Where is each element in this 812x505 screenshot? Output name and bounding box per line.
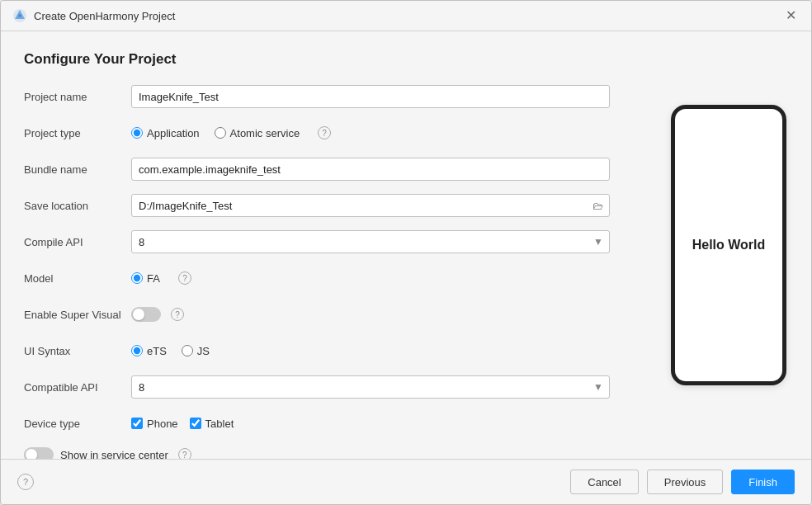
project-name-row: Project name xyxy=(24,84,623,109)
project-type-radio-group: Application Atomic service ? xyxy=(131,126,610,139)
compile-api-select[interactable]: 8 9 10 xyxy=(131,230,610,253)
section-title: Configure Your Project xyxy=(24,51,623,68)
checkbox-phone-input[interactable] xyxy=(131,418,143,429)
save-location-label: Save location xyxy=(24,200,131,212)
dialog-body: Configure Your Project Project name Proj… xyxy=(1,31,811,459)
model-help-icon[interactable]: ? xyxy=(178,271,191,285)
phone-preview: Hello World xyxy=(671,105,786,385)
title-bar-left: Create OpenHarmony Project xyxy=(12,8,175,23)
show-service-help-icon[interactable]: ? xyxy=(178,448,191,459)
device-type-row: Device type Phone Tablet xyxy=(24,411,623,436)
radio-atomic-service[interactable]: Atomic service xyxy=(215,127,300,139)
show-service-toggle[interactable] xyxy=(24,447,54,459)
bundle-name-row: Bundle name xyxy=(24,157,623,182)
radio-atomic-service-label: Atomic service xyxy=(230,127,300,139)
bundle-name-input[interactable] xyxy=(131,158,610,181)
radio-js-input[interactable] xyxy=(182,345,193,356)
compile-api-row: Compile API 8 9 10 ▼ xyxy=(24,229,623,254)
save-location-row: Save location 🗁 xyxy=(24,193,623,218)
checkbox-tablet-label: Tablet xyxy=(205,418,234,430)
enable-super-visual-label: Enable Super Visual xyxy=(24,309,131,321)
radio-application[interactable]: Application xyxy=(131,127,200,139)
radio-ets-input[interactable] xyxy=(131,345,143,356)
dialog: Create OpenHarmony Project ✕ Configure Y… xyxy=(0,0,812,505)
project-type-label: Project type xyxy=(24,127,131,139)
project-type-control: Application Atomic service ? xyxy=(131,126,610,139)
toggle-wrap: ? xyxy=(131,307,610,322)
project-name-label: Project name xyxy=(24,91,131,103)
previous-button[interactable]: Previous xyxy=(647,470,724,494)
model-label: Model xyxy=(24,272,131,285)
radio-fa-input[interactable] xyxy=(131,272,143,284)
ui-syntax-control: eTS JS xyxy=(131,345,610,357)
model-radio-group: FA ? xyxy=(131,271,610,285)
radio-fa[interactable]: FA xyxy=(131,272,160,285)
compatible-api-select-wrap: 8 9 10 ▼ xyxy=(131,375,610,399)
device-type-checkbox-group: Phone Tablet xyxy=(131,418,610,430)
compatible-api-row: Compatible API 8 9 10 ▼ xyxy=(24,375,623,399)
project-type-row: Project type Application Atomic service … xyxy=(24,120,623,145)
show-service-toggle-knob xyxy=(26,449,37,459)
device-type-control: Phone Tablet xyxy=(131,418,610,430)
enable-super-visual-control: ? xyxy=(131,307,610,322)
radio-application-input[interactable] xyxy=(131,127,143,139)
model-control: FA ? xyxy=(131,271,610,285)
bundle-name-label: Bundle name xyxy=(24,163,131,176)
ui-syntax-row: UI Syntax eTS JS xyxy=(24,338,623,363)
radio-application-label: Application xyxy=(147,127,200,139)
save-location-input[interactable] xyxy=(131,194,610,217)
close-button[interactable]: ✕ xyxy=(782,7,800,24)
app-logo-icon xyxy=(12,8,27,23)
checkbox-tablet-input[interactable] xyxy=(190,418,201,429)
super-visual-help-icon[interactable]: ? xyxy=(171,308,184,321)
checkbox-tablet[interactable]: Tablet xyxy=(190,418,234,430)
finish-button[interactable]: Finish xyxy=(731,470,795,494)
footer-help-icon[interactable]: ? xyxy=(17,474,34,490)
radio-fa-label: FA xyxy=(147,272,160,285)
project-type-help-icon[interactable]: ? xyxy=(318,126,331,139)
project-name-input[interactable] xyxy=(131,85,610,108)
bundle-name-control xyxy=(131,158,610,181)
ui-syntax-radio-group: eTS JS xyxy=(131,345,610,357)
project-name-control xyxy=(131,85,610,108)
save-location-control: 🗁 xyxy=(131,194,610,217)
radio-ets-label: eTS xyxy=(147,345,167,357)
footer-left: ? xyxy=(17,474,34,490)
dialog-footer: ? Cancel Previous Finish xyxy=(1,459,811,504)
show-service-label: Show in service center xyxy=(60,449,168,460)
super-visual-toggle[interactable] xyxy=(131,307,161,322)
checkbox-phone[interactable]: Phone xyxy=(131,418,178,430)
svg-point-1 xyxy=(18,14,21,17)
radio-atomic-service-input[interactable] xyxy=(215,127,226,139)
ui-syntax-label: UI Syntax xyxy=(24,345,131,357)
compatible-api-label: Compatible API xyxy=(24,381,131,394)
device-type-label: Device type xyxy=(24,418,131,430)
toggle-knob xyxy=(133,309,144,320)
model-row: Model FA ? xyxy=(24,266,623,290)
preview-section: Hello World xyxy=(646,31,811,459)
phone-preview-text: Hello World xyxy=(692,238,766,252)
radio-js-label: JS xyxy=(197,345,210,357)
folder-icon[interactable]: 🗁 xyxy=(592,200,603,212)
cancel-button[interactable]: Cancel xyxy=(570,470,638,494)
show-service-row: Show in service center ? xyxy=(24,447,623,459)
save-location-input-wrap: 🗁 xyxy=(131,194,610,217)
dialog-title: Create OpenHarmony Project xyxy=(34,10,175,22)
form-section: Configure Your Project Project name Proj… xyxy=(1,31,646,459)
radio-ets[interactable]: eTS xyxy=(131,345,167,357)
compile-api-control: 8 9 10 ▼ xyxy=(131,230,610,253)
title-bar: Create OpenHarmony Project ✕ xyxy=(1,1,811,31)
enable-super-visual-row: Enable Super Visual ? xyxy=(24,302,623,327)
compatible-api-select[interactable]: 8 9 10 xyxy=(131,375,610,399)
checkbox-phone-label: Phone xyxy=(147,418,178,430)
footer-right: Cancel Previous Finish xyxy=(570,470,795,494)
compile-api-label: Compile API xyxy=(24,236,131,248)
compatible-api-control: 8 9 10 ▼ xyxy=(131,375,610,399)
radio-js[interactable]: JS xyxy=(182,345,210,357)
compile-api-select-wrap: 8 9 10 ▼ xyxy=(131,230,610,253)
